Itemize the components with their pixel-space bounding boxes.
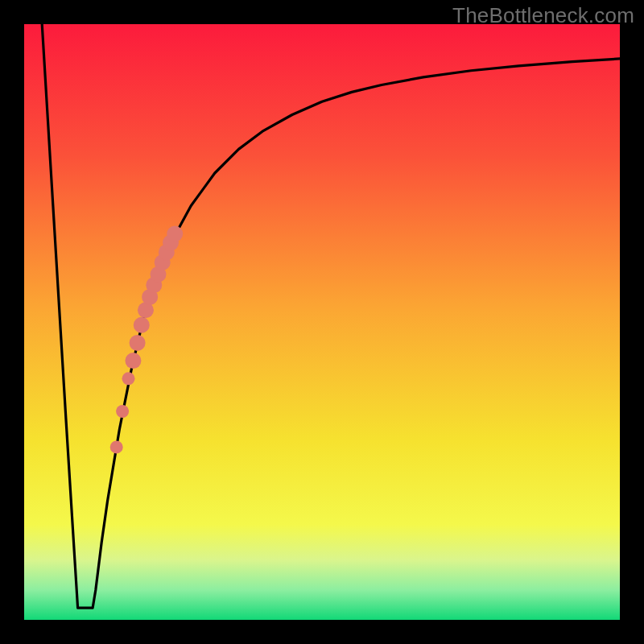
chart-container: TheBottleneck.com bbox=[0, 0, 644, 644]
data-marker bbox=[167, 225, 183, 242]
data-marker bbox=[125, 353, 141, 369]
data-marker bbox=[134, 317, 150, 333]
gradient-background bbox=[24, 24, 620, 620]
data-marker bbox=[130, 335, 146, 351]
bottleneck-chart bbox=[24, 24, 620, 620]
data-marker bbox=[110, 440, 123, 453]
data-marker bbox=[116, 405, 129, 418]
data-marker bbox=[122, 372, 135, 385]
